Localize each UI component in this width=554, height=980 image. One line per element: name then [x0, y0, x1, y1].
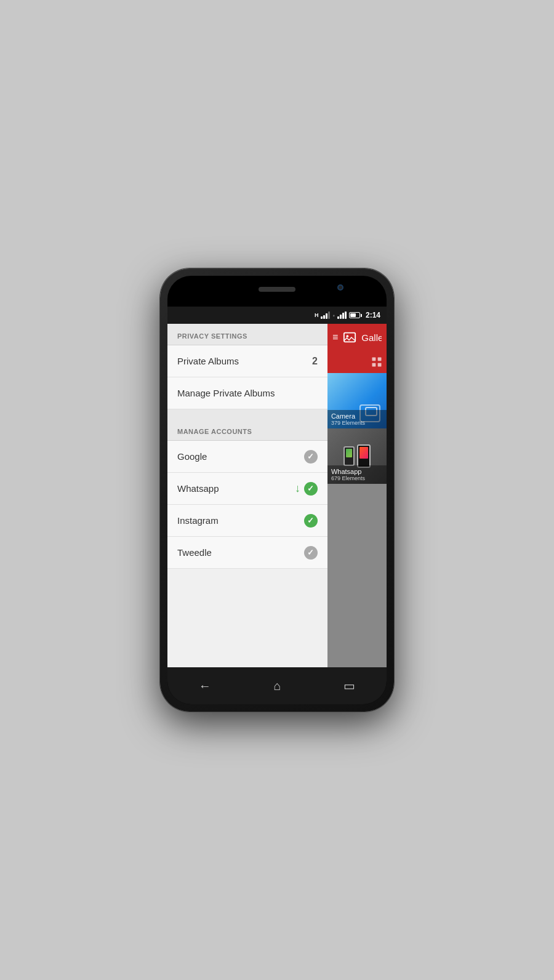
tweedle-account-icons: [304, 546, 318, 560]
battery-body: [349, 312, 360, 318]
clock: 2:14: [366, 311, 380, 319]
whatsapp-album-title: Whatsapp: [331, 468, 383, 475]
wifi-bar-4: [345, 311, 347, 319]
google-check-icon: [304, 450, 318, 464]
camera-album-count: 379 Elements: [331, 420, 383, 426]
svg-rect-4: [372, 363, 375, 367]
hamburger-menu-icon[interactable]: ≡: [332, 332, 338, 343]
signal-bar-1: [321, 316, 323, 319]
phone-shape-1: [343, 446, 355, 466]
home-button[interactable]: ⌂: [273, 679, 281, 693]
signal-bars: [321, 311, 330, 319]
whatsapp-check-icon: [304, 482, 318, 496]
privacy-settings-header: PRIVACY SETTINGS: [167, 324, 327, 345]
whatsapp-account-name: Whatsapp: [177, 483, 219, 494]
camera-album-info: Camera 379 Elements: [327, 410, 387, 428]
phone-shapes-container: [343, 444, 371, 468]
manage-private-albums-row[interactable]: Manage Private Albums: [167, 377, 327, 409]
private-albums-row[interactable]: Private Albums 2: [167, 345, 327, 377]
camera-album-tile[interactable]: Camera 379 Elements: [327, 373, 387, 428]
battery-tip: [361, 314, 362, 317]
battery-fill: [350, 313, 356, 317]
private-albums-label: Private Albums: [177, 356, 239, 366]
svg-rect-2: [372, 358, 375, 361]
screen: H ▪: [167, 307, 387, 667]
battery-icon: [349, 312, 362, 318]
phone-screen-1: [346, 449, 352, 457]
phone-screen-container: H ▪: [167, 276, 387, 704]
signal-bar-3: [326, 313, 327, 319]
wifi-bar-2: [340, 315, 342, 319]
signal-bar-2: [323, 315, 325, 319]
signal-bar-4: [328, 311, 330, 319]
google-account-icons: [304, 450, 318, 464]
section-spacer: [167, 409, 327, 419]
private-albums-count: 2: [312, 356, 318, 367]
manage-accounts-label: MANAGE ACCOUNTS: [177, 428, 252, 435]
phone-shape-2: [357, 444, 371, 468]
gallery-app-icon-box: [342, 329, 358, 346]
wifi-bars: [337, 311, 347, 319]
status-icons: H ▪: [315, 311, 380, 319]
camera: [337, 284, 343, 291]
privacy-settings-label: PRIVACY SETTINGS: [177, 332, 247, 340]
gallery-side-panel: ≡ Galle: [327, 324, 387, 667]
recents-button[interactable]: ▭: [343, 678, 355, 693]
instagram-account-icons: [304, 514, 318, 528]
svg-rect-5: [378, 363, 382, 367]
manage-accounts-header: MANAGE ACCOUNTS: [167, 419, 327, 441]
navigation-bar: ← ⌂ ▭: [167, 667, 387, 704]
gallery-app-icon: [343, 331, 356, 344]
tweedle-account-name: Tweedle: [177, 547, 212, 558]
manage-private-albums-label: Manage Private Albums: [177, 388, 275, 398]
status-bar: H ▪: [167, 307, 387, 324]
whatsapp-account-icons: ↓: [295, 482, 318, 496]
whatsapp-album-tile[interactable]: Whatsapp 679 Elements: [327, 428, 387, 484]
whatsapp-album-info: Whatsapp 679 Elements: [327, 465, 387, 484]
gallery-app-bar-title: Galle: [361, 332, 382, 343]
back-icon: ←: [199, 679, 211, 693]
network-type-indicator: H: [315, 312, 319, 318]
whatsapp-download-icon: ↓: [295, 482, 300, 495]
recents-icon: ▭: [343, 679, 355, 693]
camera-album-title: Camera: [331, 412, 383, 420]
instagram-account-row[interactable]: Instagram: [167, 505, 327, 537]
gallery-app-bar: ≡ Galle: [327, 324, 387, 351]
svg-rect-3: [378, 358, 382, 361]
instagram-check-icon: [304, 514, 318, 528]
google-account-row[interactable]: Google: [167, 441, 327, 473]
google-account-name: Google: [177, 451, 207, 462]
phone-device: H ▪: [160, 268, 394, 712]
settings-panel: PRIVACY SETTINGS Private Albums 2 Manage…: [167, 324, 327, 667]
content-area: PRIVACY SETTINGS Private Albums 2 Manage…: [167, 324, 387, 667]
wifi-bar-1: [337, 316, 339, 319]
whatsapp-account-row[interactable]: Whatsapp ↓: [167, 473, 327, 505]
svg-point-1: [347, 335, 349, 337]
phone-screen-2: [359, 447, 368, 459]
whatsapp-album-count: 679 Elements: [331, 475, 383, 481]
wifi-bar-3: [342, 313, 344, 319]
grid-view-icon[interactable]: [371, 356, 383, 368]
back-button[interactable]: ←: [199, 679, 211, 693]
signal-separator: ▪: [332, 312, 335, 319]
tweedle-check-icon: [304, 546, 318, 560]
speaker: [259, 287, 295, 292]
album-icons-row: [327, 351, 387, 373]
instagram-account-name: Instagram: [177, 515, 219, 526]
home-icon: ⌂: [273, 679, 281, 693]
svg-rect-0: [344, 333, 355, 342]
tweedle-account-row[interactable]: Tweedle: [167, 537, 327, 569]
